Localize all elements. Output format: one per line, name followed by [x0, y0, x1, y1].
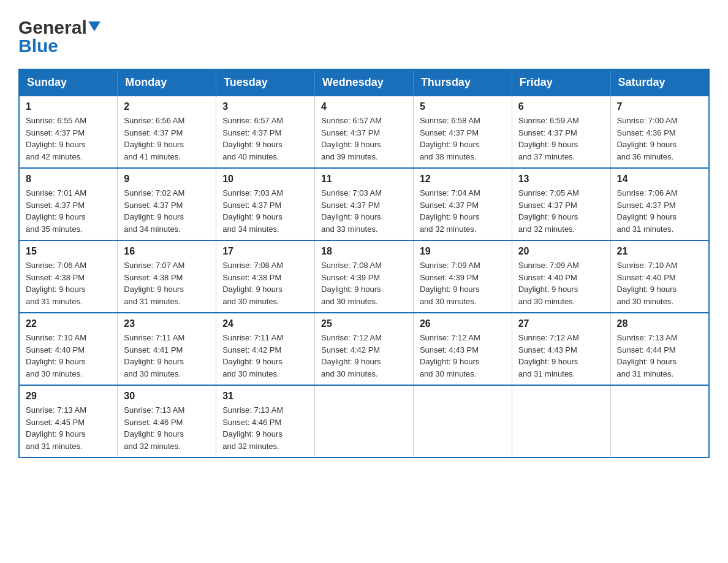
day-number: 28: [617, 318, 702, 329]
day-info: Sunrise: 7:02 AM Sunset: 4:37 PM Dayligh…: [124, 187, 210, 235]
day-number: 5: [420, 101, 506, 112]
day-number: 21: [617, 246, 702, 257]
day-number: 23: [124, 318, 210, 329]
day-info: Sunrise: 7:13 AM Sunset: 4:44 PM Dayligh…: [617, 332, 702, 380]
page-header: General Blue: [18, 18, 710, 56]
week-row-3: 15 Sunrise: 7:06 AM Sunset: 4:38 PM Dayl…: [19, 240, 709, 313]
day-number: 11: [321, 174, 407, 185]
day-number: 4: [321, 101, 407, 112]
day-number: 10: [222, 174, 308, 185]
calendar-cell: 29 Sunrise: 7:13 AM Sunset: 4:45 PM Dayl…: [19, 385, 118, 458]
day-number: 7: [617, 101, 702, 112]
calendar-cell: 15 Sunrise: 7:06 AM Sunset: 4:38 PM Dayl…: [19, 240, 118, 313]
day-number: 6: [518, 101, 604, 112]
day-number: 20: [518, 246, 604, 257]
calendar-cell: 28 Sunrise: 7:13 AM Sunset: 4:44 PM Dayl…: [610, 313, 709, 385]
day-info: Sunrise: 7:13 AM Sunset: 4:46 PM Dayligh…: [124, 404, 210, 452]
day-info: Sunrise: 7:08 AM Sunset: 4:39 PM Dayligh…: [321, 259, 407, 307]
calendar-cell: 26 Sunrise: 7:12 AM Sunset: 4:43 PM Dayl…: [413, 313, 512, 385]
calendar-cell: 13 Sunrise: 7:05 AM Sunset: 4:37 PM Dayl…: [512, 168, 610, 240]
day-number: 22: [26, 318, 111, 329]
day-info: Sunrise: 7:09 AM Sunset: 4:39 PM Dayligh…: [420, 259, 506, 307]
calendar-cell: 7 Sunrise: 7:00 AM Sunset: 4:36 PM Dayli…: [610, 96, 709, 168]
calendar-table: SundayMondayTuesdayWednesdayThursdayFrid…: [18, 69, 710, 458]
day-number: 30: [124, 391, 210, 402]
day-number: 24: [222, 318, 308, 329]
calendar-cell: 17 Sunrise: 7:08 AM Sunset: 4:38 PM Dayl…: [216, 240, 315, 313]
calendar-cell: 9 Sunrise: 7:02 AM Sunset: 4:37 PM Dayli…: [118, 168, 216, 240]
day-number: 26: [420, 318, 506, 329]
day-number: 13: [518, 174, 604, 185]
week-row-1: 1 Sunrise: 6:55 AM Sunset: 4:37 PM Dayli…: [19, 96, 709, 168]
calendar-cell: 22 Sunrise: 7:10 AM Sunset: 4:40 PM Dayl…: [19, 313, 118, 385]
day-number: 3: [222, 101, 308, 112]
day-number: 27: [518, 318, 604, 329]
day-info: Sunrise: 7:12 AM Sunset: 4:43 PM Dayligh…: [518, 332, 604, 380]
calendar-cell: 30 Sunrise: 7:13 AM Sunset: 4:46 PM Dayl…: [118, 385, 216, 458]
calendar-cell: 20 Sunrise: 7:09 AM Sunset: 4:40 PM Dayl…: [512, 240, 610, 313]
day-number: 15: [26, 246, 111, 257]
calendar-cell: 21 Sunrise: 7:10 AM Sunset: 4:40 PM Dayl…: [610, 240, 709, 313]
day-number: 1: [26, 101, 111, 112]
weekday-header-thursday: Thursday: [413, 69, 512, 96]
day-number: 18: [321, 246, 407, 257]
logo: General Blue: [18, 18, 100, 56]
day-info: Sunrise: 6:57 AM Sunset: 4:37 PM Dayligh…: [321, 115, 407, 163]
calendar-cell: 1 Sunrise: 6:55 AM Sunset: 4:37 PM Dayli…: [19, 96, 118, 168]
day-info: Sunrise: 6:59 AM Sunset: 4:37 PM Dayligh…: [518, 115, 604, 163]
day-info: Sunrise: 7:04 AM Sunset: 4:37 PM Dayligh…: [420, 187, 506, 235]
day-info: Sunrise: 7:05 AM Sunset: 4:37 PM Dayligh…: [518, 187, 604, 235]
day-number: 8: [26, 174, 111, 185]
day-number: 9: [124, 174, 210, 185]
day-info: Sunrise: 7:00 AM Sunset: 4:36 PM Dayligh…: [617, 115, 702, 163]
calendar-cell: 4 Sunrise: 6:57 AM Sunset: 4:37 PM Dayli…: [315, 96, 414, 168]
day-number: 14: [617, 174, 702, 185]
day-info: Sunrise: 7:06 AM Sunset: 4:38 PM Dayligh…: [26, 259, 111, 307]
calendar-cell: [315, 385, 414, 458]
calendar-cell: 27 Sunrise: 7:12 AM Sunset: 4:43 PM Dayl…: [512, 313, 610, 385]
logo-blue: Blue: [18, 36, 58, 56]
day-info: Sunrise: 6:57 AM Sunset: 4:37 PM Dayligh…: [222, 115, 308, 163]
day-info: Sunrise: 7:12 AM Sunset: 4:43 PM Dayligh…: [420, 332, 506, 380]
weekday-header-saturday: Saturday: [610, 69, 709, 96]
week-row-2: 8 Sunrise: 7:01 AM Sunset: 4:37 PM Dayli…: [19, 168, 709, 240]
calendar-cell: 25 Sunrise: 7:12 AM Sunset: 4:42 PM Dayl…: [315, 313, 414, 385]
calendar-cell: 16 Sunrise: 7:07 AM Sunset: 4:38 PM Dayl…: [118, 240, 216, 313]
calendar-cell: 6 Sunrise: 6:59 AM Sunset: 4:37 PM Dayli…: [512, 96, 610, 168]
day-info: Sunrise: 6:58 AM Sunset: 4:37 PM Dayligh…: [420, 115, 506, 163]
calendar-cell: 2 Sunrise: 6:56 AM Sunset: 4:37 PM Dayli…: [118, 96, 216, 168]
calendar-cell: 31 Sunrise: 7:13 AM Sunset: 4:46 PM Dayl…: [216, 385, 315, 458]
day-info: Sunrise: 7:10 AM Sunset: 4:40 PM Dayligh…: [617, 259, 702, 307]
calendar-cell: 10 Sunrise: 7:03 AM Sunset: 4:37 PM Dayl…: [216, 168, 315, 240]
weekday-header-sunday: Sunday: [19, 69, 118, 96]
calendar-cell: [512, 385, 610, 458]
calendar-cell: 18 Sunrise: 7:08 AM Sunset: 4:39 PM Dayl…: [315, 240, 414, 313]
day-number: 16: [124, 246, 210, 257]
calendar-cell: 24 Sunrise: 7:11 AM Sunset: 4:42 PM Dayl…: [216, 313, 315, 385]
day-info: Sunrise: 7:01 AM Sunset: 4:37 PM Dayligh…: [26, 187, 111, 235]
day-number: 31: [222, 391, 308, 402]
calendar-cell: [413, 385, 512, 458]
logo-general: General: [18, 18, 87, 37]
day-info: Sunrise: 7:03 AM Sunset: 4:37 PM Dayligh…: [321, 187, 407, 235]
calendar-cell: 23 Sunrise: 7:11 AM Sunset: 4:41 PM Dayl…: [118, 313, 216, 385]
day-info: Sunrise: 7:10 AM Sunset: 4:40 PM Dayligh…: [26, 332, 111, 380]
day-info: Sunrise: 7:08 AM Sunset: 4:38 PM Dayligh…: [222, 259, 308, 307]
weekday-header-monday: Monday: [118, 69, 216, 96]
calendar-cell: [610, 385, 709, 458]
calendar-cell: 19 Sunrise: 7:09 AM Sunset: 4:39 PM Dayl…: [413, 240, 512, 313]
day-info: Sunrise: 6:55 AM Sunset: 4:37 PM Dayligh…: [26, 115, 111, 163]
calendar-cell: 14 Sunrise: 7:06 AM Sunset: 4:37 PM Dayl…: [610, 168, 709, 240]
day-info: Sunrise: 7:09 AM Sunset: 4:40 PM Dayligh…: [518, 259, 604, 307]
day-number: 29: [26, 391, 111, 402]
calendar-cell: 3 Sunrise: 6:57 AM Sunset: 4:37 PM Dayli…: [216, 96, 315, 168]
weekday-header-friday: Friday: [512, 69, 610, 96]
day-info: Sunrise: 7:03 AM Sunset: 4:37 PM Dayligh…: [222, 187, 308, 235]
day-number: 2: [124, 101, 210, 112]
day-number: 12: [420, 174, 506, 185]
calendar-cell: 8 Sunrise: 7:01 AM Sunset: 4:37 PM Dayli…: [19, 168, 118, 240]
logo-triangle-icon: [88, 21, 100, 34]
day-info: Sunrise: 6:56 AM Sunset: 4:37 PM Dayligh…: [124, 115, 210, 163]
weekday-header-wednesday: Wednesday: [315, 69, 414, 96]
day-info: Sunrise: 7:12 AM Sunset: 4:42 PM Dayligh…: [321, 332, 407, 380]
